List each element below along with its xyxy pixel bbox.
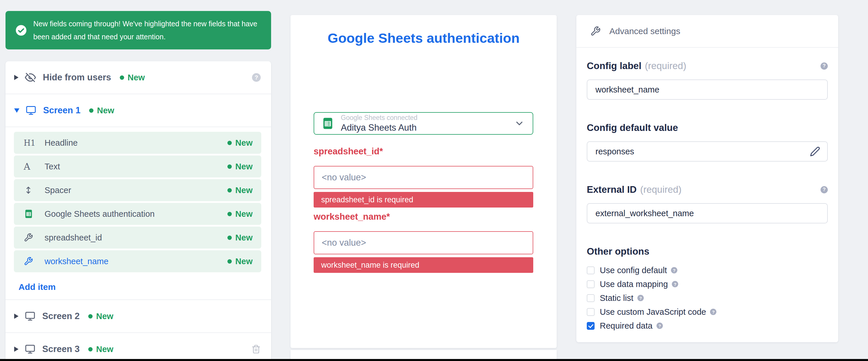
help-icon[interactable] [638,295,644,301]
new-badge: New [89,106,114,115]
section-hide-from-users[interactable]: Hide from users New [5,61,271,94]
collapse-arrow-icon[interactable] [14,75,19,80]
wrench-icon [24,233,37,242]
config-default-input[interactable] [587,141,828,162]
monitor-icon [25,311,35,321]
new-dot-icon [120,75,124,80]
check-circle-icon [16,25,27,36]
help-icon[interactable] [656,323,663,329]
delete-screen-button[interactable] [251,344,261,354]
section-label: Screen 3 [42,344,80,354]
text-icon: A [24,161,37,172]
option-static-list: Static list [587,291,828,305]
bottom-bar [0,359,868,361]
new-badge: New [88,311,114,321]
expand-arrow-icon[interactable] [14,108,20,113]
eye-off-icon [25,72,36,83]
config-label-heading: Config label (required) [587,60,828,71]
required-hint: (required) [645,60,686,71]
section-screen-1[interactable]: Screen 1 New [5,94,271,127]
help-icon[interactable] [820,186,828,193]
other-options-heading: Other options [587,246,828,257]
section-label: Screen 2 [42,311,80,321]
option-required-data: Required data [587,319,828,333]
monitor-icon [26,105,36,116]
external-id-input[interactable] [587,203,828,223]
advanced-settings-header: Advanced settings [576,15,838,48]
collapse-arrow-icon[interactable] [14,314,19,319]
new-badge: New [227,209,253,219]
new-dot-icon [227,164,232,169]
sidebar-item-google-sheets-authentication[interactable]: Google Sheets authentication New [14,203,261,225]
advanced-settings-panel: Advanced settings Config label (required… [576,15,838,342]
section-label: Hide from users [43,72,111,83]
success-banner: New fields coming through! We've highlig… [5,11,271,50]
help-icon[interactable] [710,309,716,315]
help-icon[interactable] [820,62,828,70]
section-screen-3[interactable]: Screen 3 New [5,333,271,361]
sidebar-item-spreadsheet-id[interactable]: spreadsheet_id New [14,227,261,249]
new-badge: New [227,186,253,195]
collapse-arrow-icon[interactable] [14,347,19,352]
form-title[interactable]: Google Sheets authentication [290,30,557,46]
new-badge: New [227,138,253,148]
new-dot-icon [88,314,93,319]
sidebar-item-text[interactable]: A Text New [14,156,261,177]
trash-icon [251,344,261,354]
new-dot-icon [227,141,232,145]
new-badge: New [120,73,145,83]
field-input-spreadsheet-id[interactable] [314,166,533,189]
checkbox-static-list[interactable] [587,294,595,302]
new-badge: New [227,233,253,242]
config-label-input[interactable] [587,79,828,100]
new-badge: New [227,162,253,171]
field-label-spreadsheet-id: spreadsheet_id* [314,146,533,157]
checkbox-use-config-default[interactable] [587,266,595,274]
field-label-worksheet-name: worksheet_name* [314,211,533,222]
form-preview-card: Google Sheets authentication Google Shee… [290,15,557,348]
new-dot-icon [227,259,232,264]
new-dot-icon [89,108,93,113]
banner-text: New fields coming through! We've highlig… [33,17,268,43]
wrench-icon [590,26,601,36]
new-badge: New [88,344,114,354]
section-screen-2[interactable]: Screen 2 New [5,300,271,332]
checkbox-use-custom-javascript[interactable] [587,308,595,316]
elements-sidebar: Hide from users New Screen 1 New H1 Head… [5,61,271,361]
option-use-data-mapping: Use data mapping [587,277,828,291]
add-item-button[interactable]: Add item [19,282,56,292]
new-badge: New [227,257,253,266]
config-default-heading: Config default value [587,122,828,133]
settings-title: Advanced settings [609,26,680,36]
google-sheets-icon [321,117,335,130]
connector-name: Aditya Sheets Auth [341,123,417,133]
new-dot-icon [227,236,232,240]
checkbox-required-data[interactable] [587,322,595,330]
new-dot-icon [227,212,232,216]
required-hint: (required) [640,184,681,195]
help-icon[interactable] [671,267,677,273]
connector-status: Google Sheets connected [341,114,417,122]
checkbox-use-data-mapping[interactable] [587,281,595,288]
help-icon[interactable] [672,281,678,287]
new-dot-icon [227,188,232,193]
sidebar-item-headline[interactable]: H1 Headline New [14,132,261,154]
error-banner-worksheet-name: worksheet_name is required [314,257,533,273]
chevron-down-icon[interactable] [514,118,525,129]
wrench-icon [24,257,37,266]
edit-icon[interactable] [810,146,820,157]
option-use-config-default: Use config default [587,263,828,277]
new-dot-icon [88,347,93,352]
section-label: Screen 1 [43,105,81,116]
monitor-icon [25,344,35,354]
sidebar-item-spacer[interactable]: Spacer New [14,179,261,201]
sidebar-item-worksheet-name[interactable]: worksheet_name New [14,250,261,272]
google-sheets-icon [24,209,37,219]
option-use-custom-javascript: Use custom JavaScript code [587,305,828,319]
connector-select[interactable]: Google Sheets connected Aditya Sheets Au… [314,112,533,135]
spacer-icon [24,186,37,195]
next-preview-card [290,350,557,359]
field-input-worksheet-name[interactable] [314,231,533,254]
external-id-heading: External ID (required) [587,184,828,195]
help-icon[interactable] [252,73,261,82]
